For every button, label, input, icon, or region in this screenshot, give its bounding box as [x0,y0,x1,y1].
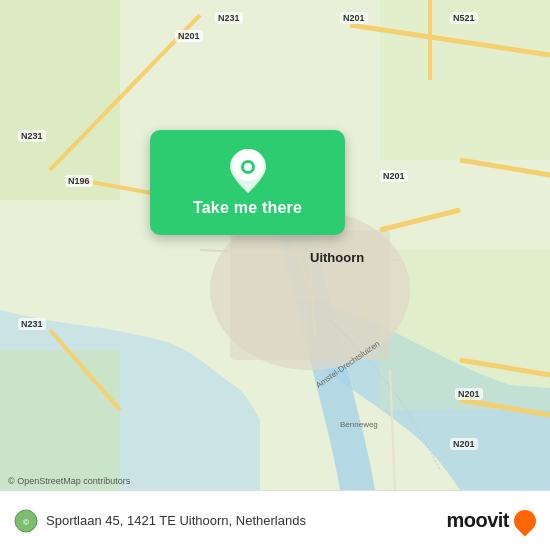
address-section: © Sportlaan 45, 1421 TE Uithoorn, Nether… [14,509,306,533]
road-label-n201-botright: N201 [455,388,483,400]
svg-rect-1 [0,0,120,200]
svg-rect-3 [0,350,120,490]
road-label-n521: N521 [450,12,478,24]
osm-logo-icon: © [14,509,38,533]
road-label-n201-right: N201 [380,170,408,182]
address-text: Sportlaan 45, 1421 TE Uithoorn, Netherla… [46,513,306,528]
cta-label: Take me there [193,199,302,217]
svg-point-26 [244,163,252,171]
map-pin-icon [230,149,266,193]
road-label-n201-top: N201 [340,12,368,24]
road-label-n201-far: N201 [450,438,478,450]
svg-text:©: © [23,518,29,527]
road-label-n196: N196 [65,175,93,187]
road-label-n231-top: N231 [215,12,243,24]
road-label-n231-mid: N231 [18,130,46,142]
moovit-logo: moovit [446,509,536,532]
road-label-n201-left: N201 [175,30,203,42]
cta-card[interactable]: Take me there [150,130,345,235]
moovit-brand-text: moovit [446,509,509,532]
map-background [0,0,550,490]
map-attribution: © OpenStreetMap contributors [8,476,130,486]
bottom-bar: © Sportlaan 45, 1421 TE Uithoorn, Nether… [0,490,550,550]
road-label-n231-bot: N231 [18,318,46,330]
moovit-logo-dot [509,505,540,536]
svg-rect-2 [380,0,550,160]
map-container: N231 N201 N521 N201 N231 N196 N201 N231 … [0,0,550,490]
